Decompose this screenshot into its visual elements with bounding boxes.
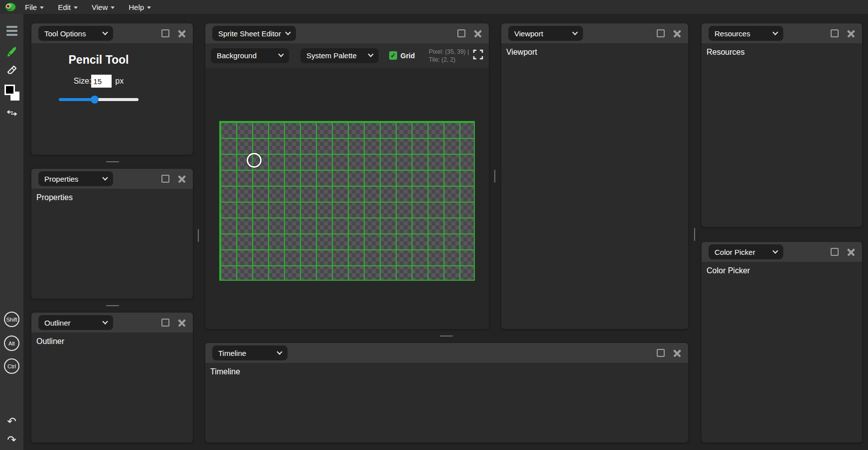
caret-down-icon bbox=[147, 6, 151, 9]
undo-button[interactable]: ↶ bbox=[0, 416, 23, 427]
primary-color-swatch bbox=[4, 85, 15, 95]
sprite-editor-select-value: Sprite Sheet Editor bbox=[218, 29, 281, 38]
chevron-down-icon bbox=[102, 319, 108, 324]
tool-options-header: Tool Options bbox=[31, 23, 193, 43]
color-picker-panel-select[interactable]: Color Picker bbox=[709, 244, 783, 259]
resize-handle-horizontal[interactable] bbox=[440, 336, 453, 337]
maximize-button[interactable] bbox=[161, 175, 169, 183]
maximize-button[interactable] bbox=[831, 248, 839, 256]
resize-handle-vertical[interactable] bbox=[198, 229, 199, 242]
close-button[interactable] bbox=[178, 319, 186, 327]
layer-select[interactable]: Background bbox=[211, 48, 289, 63]
sprite-editor-header: Sprite Sheet Editor bbox=[205, 23, 489, 43]
slider-track-empty bbox=[95, 98, 139, 101]
maximize-button[interactable] bbox=[161, 29, 169, 37]
undo-icon: ↶ bbox=[7, 416, 16, 427]
resources-body-label: Resources bbox=[707, 48, 862, 57]
redo-button[interactable]: ↷ bbox=[0, 435, 23, 446]
viewport-header: Viewport bbox=[501, 23, 688, 43]
resources-panel-select[interactable]: Resources bbox=[709, 26, 783, 41]
maximize-button[interactable] bbox=[657, 349, 665, 357]
close-button[interactable] bbox=[847, 29, 855, 37]
sprite-editor-toolbar: Background System Palette ✓ Grid Pixel: … bbox=[205, 43, 489, 68]
resize-handle-vertical[interactable] bbox=[694, 228, 695, 241]
timeline-panel-select[interactable]: Timeline bbox=[212, 345, 288, 360]
viewport-panel-select[interactable]: Viewport bbox=[508, 26, 583, 41]
close-button[interactable] bbox=[474, 29, 482, 37]
timeline-body-label: Timeline bbox=[210, 367, 688, 376]
outliner-header: Outliner bbox=[31, 313, 193, 333]
maximize-button[interactable] bbox=[161, 319, 169, 327]
chevron-down-icon bbox=[285, 29, 290, 35]
resources-panel: Resources Resources bbox=[702, 23, 862, 227]
palette-select[interactable]: System Palette bbox=[300, 48, 379, 63]
sprite-editor-canvas-area bbox=[205, 68, 489, 329]
outliner-panel: Outliner Outliner bbox=[31, 313, 193, 443]
ctrl-label: Ctrl bbox=[7, 363, 16, 369]
caret-down-icon bbox=[74, 6, 78, 9]
grid-checkbox-label: Grid bbox=[401, 52, 415, 60]
close-button[interactable] bbox=[847, 248, 855, 256]
chevron-down-icon bbox=[572, 29, 578, 35]
brush-size-input[interactable] bbox=[91, 75, 112, 88]
properties-body-label: Properties bbox=[36, 193, 193, 202]
properties-panel-select[interactable]: Properties bbox=[38, 171, 113, 186]
chevron-down-icon bbox=[772, 29, 778, 35]
cursor-coordinates: Pixel: (35, 39) | Tile: (2, 2) bbox=[429, 48, 469, 64]
alt-label: Alt bbox=[8, 340, 15, 346]
sprite-canvas[interactable] bbox=[219, 121, 475, 281]
menu-edit[interactable]: Edit bbox=[51, 0, 85, 14]
close-button[interactable] bbox=[178, 175, 186, 183]
ctrl-modifier-button[interactable]: Ctrl bbox=[0, 358, 23, 374]
color-picker-panel: Color Picker Color Picker bbox=[702, 242, 862, 443]
color-picker-body-label: Color Picker bbox=[707, 266, 862, 275]
properties-select-value: Properties bbox=[44, 175, 78, 183]
grid-checkbox[interactable]: ✓ bbox=[389, 51, 397, 60]
close-button[interactable] bbox=[178, 29, 186, 37]
maximize-button[interactable] bbox=[657, 29, 665, 37]
outliner-body-label: Outliner bbox=[36, 337, 193, 346]
resize-handle-horizontal[interactable] bbox=[106, 161, 119, 162]
pencil-tool-icon[interactable] bbox=[0, 45, 23, 59]
resources-select-value: Resources bbox=[715, 29, 750, 38]
resources-header: Resources bbox=[702, 23, 862, 43]
left-toolbar: Shift Alt Ctrl ↶ ↷ bbox=[0, 14, 23, 450]
menu-file[interactable]: File bbox=[18, 0, 51, 14]
tool-options-panel-select[interactable]: Tool Options bbox=[38, 26, 113, 41]
app-root: File Edit View Help bbox=[0, 0, 868, 450]
slider-thumb[interactable] bbox=[91, 96, 99, 104]
color-picker-header: Color Picker bbox=[702, 242, 862, 262]
maximize-button[interactable] bbox=[831, 29, 839, 37]
outliner-panel-select[interactable]: Outliner bbox=[38, 315, 113, 330]
properties-header: Properties bbox=[31, 169, 193, 189]
hamburger-menu-icon[interactable] bbox=[0, 26, 23, 36]
close-button[interactable] bbox=[673, 29, 681, 37]
menu-help-label: Help bbox=[129, 3, 144, 11]
brush-size-slider[interactable] bbox=[59, 96, 139, 104]
menu-view[interactable]: View bbox=[85, 0, 122, 14]
menu-view-label: View bbox=[92, 3, 108, 11]
fullscreen-icon[interactable] bbox=[473, 49, 483, 62]
chevron-down-icon bbox=[102, 29, 108, 35]
sprite-editor-panel-select[interactable]: Sprite Sheet Editor bbox=[212, 26, 296, 41]
caret-down-icon bbox=[111, 6, 115, 9]
color-swatches-icon[interactable] bbox=[0, 85, 23, 101]
resize-handle-vertical[interactable] bbox=[494, 170, 495, 183]
menu-help[interactable]: Help bbox=[122, 0, 158, 14]
resize-handle-horizontal[interactable] bbox=[106, 305, 119, 306]
close-button[interactable] bbox=[673, 349, 681, 357]
maximize-button[interactable] bbox=[457, 29, 465, 37]
chevron-down-icon bbox=[772, 248, 778, 253]
chevron-down-icon bbox=[277, 349, 282, 354]
menu-file-label: File bbox=[25, 3, 37, 11]
caret-down-icon bbox=[40, 6, 44, 9]
shift-modifier-button[interactable]: Shift bbox=[0, 312, 23, 327]
chevron-down-icon bbox=[368, 51, 373, 57]
alt-modifier-button[interactable]: Alt bbox=[0, 336, 23, 351]
size-unit-label: px bbox=[115, 77, 124, 86]
swap-colors-icon[interactable] bbox=[0, 109, 23, 117]
timeline-header: Timeline bbox=[205, 343, 688, 363]
color-picker-select-value: Color Picker bbox=[715, 248, 755, 256]
redo-icon: ↷ bbox=[7, 435, 16, 446]
eraser-tool-icon[interactable] bbox=[0, 64, 23, 77]
